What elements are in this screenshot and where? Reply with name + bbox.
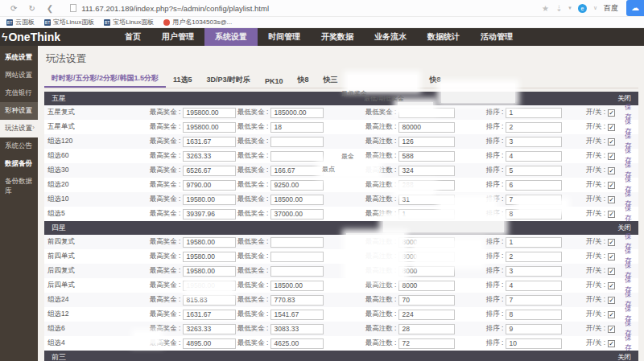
tab-6[interactable]: 快8 xyxy=(423,72,448,88)
max-bets-input[interactable] xyxy=(398,324,455,334)
max-prize-input[interactable] xyxy=(183,122,236,133)
sidebar-item[interactable]: 系统设置 xyxy=(0,49,38,67)
onoff-checkbox[interactable]: ✓ xyxy=(608,167,615,174)
tab-4[interactable]: 快8 xyxy=(291,72,316,88)
min-prize-input[interactable] xyxy=(270,209,324,219)
max-prize-input[interactable] xyxy=(183,252,236,262)
menu-item-7[interactable]: 活动管理 xyxy=(470,28,523,46)
min-prize-input[interactable] xyxy=(270,151,324,162)
max-bets-input[interactable] xyxy=(398,252,455,262)
max-prize-input[interactable] xyxy=(183,166,236,176)
save-link[interactable]: 保存 xyxy=(625,334,638,353)
onoff-checkbox[interactable]: ✓ xyxy=(608,182,615,189)
max-prize-input[interactable] xyxy=(183,266,236,277)
order-input[interactable] xyxy=(506,122,562,133)
min-prize-input[interactable] xyxy=(270,108,324,118)
onoff-checkbox[interactable]: ✓ xyxy=(608,153,615,160)
max-bets-input[interactable] xyxy=(398,281,455,291)
tab-2[interactable]: 3D/P3/时时乐 xyxy=(200,72,258,88)
menu-item-1[interactable]: 用户管理 xyxy=(151,28,204,46)
close-link[interactable]: 关闭 xyxy=(617,353,631,361)
min-prize-input[interactable] xyxy=(270,180,324,191)
min-prize-input[interactable] xyxy=(270,266,324,277)
max-bets-input[interactable] xyxy=(398,166,455,176)
order-input[interactable] xyxy=(506,281,562,291)
order-input[interactable] xyxy=(506,324,562,334)
max-prize-input[interactable] xyxy=(183,195,236,205)
tab-0[interactable]: 时时彩/五分彩/2分彩/韩国1.5分彩 xyxy=(44,71,166,88)
forward-icon[interactable]: ↻ xyxy=(28,4,35,13)
max-bets-input[interactable] xyxy=(398,195,455,205)
max-bets-input[interactable] xyxy=(398,180,455,191)
sidebar-item[interactable]: 充值银行 xyxy=(0,84,38,102)
sidebar-item[interactable]: 备份数据库 xyxy=(0,173,38,200)
max-prize-input[interactable] xyxy=(183,324,236,334)
min-prize-input[interactable] xyxy=(270,122,324,133)
max-prize-input[interactable] xyxy=(183,295,236,306)
min-prize-input[interactable] xyxy=(270,137,324,147)
max-prize-input[interactable] xyxy=(183,310,236,320)
reload-icon[interactable]: ⟳ xyxy=(10,4,17,13)
onoff-checkbox[interactable]: ✓ xyxy=(608,268,615,275)
max-bets-input[interactable] xyxy=(398,137,455,147)
max-bets-input[interactable] xyxy=(398,122,455,133)
bookmark-item[interactable]: BT宝塔Linux面板 xyxy=(44,18,94,27)
bookmark-item[interactable]: 用户名1034503s@... xyxy=(163,18,232,27)
onoff-checkbox[interactable]: ✓ xyxy=(608,311,615,318)
max-bets-input[interactable] xyxy=(398,108,455,118)
max-prize-input[interactable] xyxy=(183,209,236,219)
max-prize-input[interactable] xyxy=(183,338,236,349)
order-input[interactable] xyxy=(506,195,562,205)
onoff-checkbox[interactable]: ✓ xyxy=(608,282,615,289)
close-link[interactable]: 关闭 xyxy=(617,94,631,104)
max-bets-input[interactable] xyxy=(398,338,455,349)
sidebar-item[interactable]: 网站设置 xyxy=(0,67,38,84)
max-bets-input[interactable] xyxy=(398,209,455,219)
max-prize-input[interactable] xyxy=(183,180,236,191)
max-prize-input[interactable] xyxy=(183,108,236,118)
order-input[interactable] xyxy=(506,180,562,191)
save-link[interactable]: 保存 xyxy=(625,204,638,224)
min-prize-input[interactable] xyxy=(270,237,324,248)
order-input[interactable] xyxy=(506,137,562,147)
onoff-checkbox[interactable]: ✓ xyxy=(608,326,615,333)
bookmark-item[interactable]: BT云面板 xyxy=(6,18,35,27)
sidebar-item[interactable]: 彩种设置 xyxy=(0,102,38,120)
onoff-checkbox[interactable]: ✓ xyxy=(608,340,615,347)
min-prize-input[interactable] xyxy=(270,310,324,320)
onoff-checkbox[interactable]: ✓ xyxy=(608,124,615,131)
order-input[interactable] xyxy=(506,166,562,176)
engine-caret-icon[interactable]: ∨ xyxy=(593,5,597,11)
search-engine-label[interactable]: 百度 xyxy=(604,3,618,14)
order-input[interactable] xyxy=(506,237,562,248)
order-input[interactable] xyxy=(506,338,562,349)
back-icon[interactable]: ❮ xyxy=(47,4,53,13)
sidebar-item[interactable]: 玩法设置› xyxy=(0,120,38,137)
order-input[interactable] xyxy=(506,310,562,320)
onoff-checkbox[interactable]: ✓ xyxy=(608,196,615,203)
min-prize-input[interactable] xyxy=(270,195,324,205)
max-bets-input[interactable] xyxy=(398,310,455,320)
max-prize-input[interactable] xyxy=(183,281,236,291)
sidebar-item[interactable]: 系统公告 xyxy=(0,137,38,155)
tab-3[interactable]: PK10 xyxy=(258,75,291,88)
min-prize-input[interactable] xyxy=(270,166,324,176)
onoff-checkbox[interactable]: ✓ xyxy=(608,109,615,117)
order-input[interactable] xyxy=(506,295,562,306)
max-bets-input[interactable] xyxy=(398,266,455,277)
order-input[interactable] xyxy=(506,108,562,118)
menu-item-5[interactable]: 业务流水 xyxy=(364,28,417,46)
bookmark-item[interactable]: BT宝塔Linux面板 xyxy=(104,18,154,27)
onoff-checkbox[interactable]: ✓ xyxy=(608,211,615,218)
menu-item-4[interactable]: 开奖数据 xyxy=(311,28,364,46)
onoff-checkbox[interactable]: ✓ xyxy=(608,253,615,260)
account-icon[interactable]: e xyxy=(578,4,587,13)
order-input[interactable] xyxy=(506,209,562,219)
order-input[interactable] xyxy=(506,252,562,262)
url-text[interactable]: 111.67.201.189/index.php?s=/admin/config… xyxy=(81,4,269,13)
download-icon[interactable]: ⇣ xyxy=(555,4,562,13)
onoff-checkbox[interactable]: ✓ xyxy=(608,138,615,146)
max-prize-input[interactable] xyxy=(183,237,236,248)
menu-item-3[interactable]: 时间管理 xyxy=(258,28,311,46)
min-prize-input[interactable] xyxy=(270,338,324,349)
